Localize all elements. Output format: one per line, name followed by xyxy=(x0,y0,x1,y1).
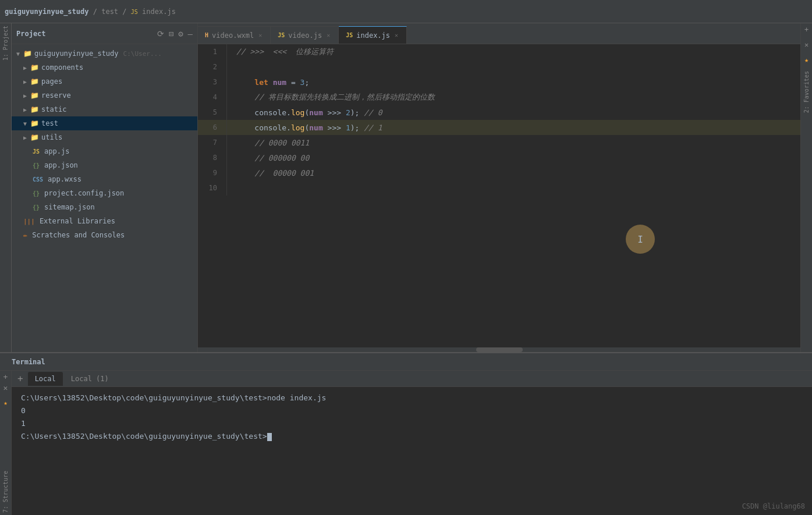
code-line-6: 6 console.log(num >>> 1); // 1 xyxy=(198,120,800,135)
appwxss-label: app.wxss xyxy=(48,175,81,183)
terminal-tab-local1-label: Local (1) xyxy=(71,375,109,383)
code-editor[interactable]: 1 // >>> <<< 位移运算符 2 3 let num = 3; 4 xyxy=(198,44,800,347)
code-line-10: 10 xyxy=(198,180,800,196)
line-num-1: 1 xyxy=(198,44,227,59)
favorites-close[interactable]: ✕ xyxy=(804,41,809,49)
terminal-star-btn[interactable]: ★ xyxy=(3,400,8,406)
line-num-3: 3 xyxy=(198,74,227,90)
tree-icon-collapse[interactable]: ⊟ xyxy=(169,29,173,38)
root-path: C:\User... xyxy=(123,50,162,58)
code-line-8: 8 // 000000 00 xyxy=(198,150,800,165)
code-line-3: 3 let num = 3; xyxy=(198,74,800,90)
tree-icon-gear[interactable]: ⚙ xyxy=(178,29,183,38)
components-folder-icon: 📁 xyxy=(30,63,39,72)
tab-wxml-label: video.wxml xyxy=(212,31,254,40)
structure-label[interactable]: 7: Structure xyxy=(2,471,9,513)
tab-video-wxml[interactable]: H video.wxml ✕ xyxy=(198,26,271,44)
project-tree: Project ⟳ ⊟ ⚙ — ▼ 📁 guiguyunyinyue_study… xyxy=(12,23,198,352)
tree-icon-refresh[interactable]: ⟳ xyxy=(157,29,164,38)
terminal-tabs: + Local Local (1) xyxy=(12,371,812,387)
line-content-10 xyxy=(227,180,800,196)
breadcrumb-test[interactable]: test xyxy=(101,8,118,16)
line-content-2 xyxy=(227,59,800,74)
terminal-close-btn[interactable]: ✕ xyxy=(3,384,8,392)
tab-wxml-close[interactable]: ✕ xyxy=(257,32,263,38)
terminal-area: + ✕ ★ 7: Structure + Local Local (1) C:\… xyxy=(0,371,812,515)
tree-item-appwxss[interactable]: CSS app.wxss xyxy=(12,172,197,186)
root-folder-icon: 📁 xyxy=(23,49,32,58)
line-num-2: 2 xyxy=(198,59,227,74)
scrollbar-thumb[interactable] xyxy=(476,347,523,352)
pages-folder-icon: 📁 xyxy=(30,77,39,86)
line-num-9: 9 xyxy=(198,165,227,180)
appjson-icon: {} xyxy=(33,162,40,169)
tab-videojs-close[interactable]: ✕ xyxy=(325,32,331,38)
editor-scrollbar[interactable] xyxy=(198,347,800,352)
favorites-label[interactable]: 2: Favorites xyxy=(803,71,810,113)
tree-item-projectconfig[interactable]: {} project.config.json xyxy=(12,186,197,200)
tree-item-utils[interactable]: ▶ 📁 utils xyxy=(12,130,197,144)
tab-indexjs-close[interactable]: ✕ xyxy=(393,32,399,38)
tree-item-external-libraries[interactable]: ||| External Libraries xyxy=(12,214,197,228)
reserve-chevron: ▶ xyxy=(23,93,27,99)
project-strip-label[interactable]: 1: Project xyxy=(2,26,9,61)
breadcrumb: guiguyunyinyue_study / test / JS index.j… xyxy=(5,8,176,16)
tab-videojs-icon: JS xyxy=(278,32,285,38)
tree-item-scratches[interactable]: ✏ Scratches and Consoles xyxy=(12,228,197,242)
cursor-bubble: I xyxy=(626,225,655,254)
tab-video-js[interactable]: JS video.js ✕ xyxy=(271,26,339,44)
line-num-7: 7 xyxy=(198,135,227,150)
line-num-4: 4 xyxy=(198,90,227,105)
projectconfig-label: project.config.json xyxy=(44,189,124,197)
tree-item-test[interactable]: ▼ 📁 test xyxy=(12,116,197,130)
project-side-strip: 1: Project xyxy=(0,23,12,352)
tree-item-static[interactable]: ▶ 📁 static xyxy=(12,102,197,116)
test-folder-icon: 📁 xyxy=(30,119,39,127)
tree-item-reserve[interactable]: ▶ 📁 reserve xyxy=(12,88,197,102)
tab-index-js[interactable]: JS index.js ✕ xyxy=(339,26,407,44)
terminal-add-btn[interactable]: + xyxy=(3,373,8,381)
breadcrumb-file-icon: JS xyxy=(131,9,138,15)
terminal-header-bar: Terminal xyxy=(0,353,812,371)
tree-item-pages[interactable]: ▶ 📁 pages xyxy=(12,74,197,88)
tree-item-appjs[interactable]: JS app.js xyxy=(12,144,197,158)
terminal-tab-local[interactable]: Local xyxy=(28,372,63,386)
tree-icon-close[interactable]: — xyxy=(188,29,193,38)
tree-item-sitemapjson[interactable]: {} sitemap.json xyxy=(12,200,197,214)
tab-indexjs-label: index.js xyxy=(356,31,390,40)
tree-item-components[interactable]: ▶ 📁 components xyxy=(12,61,197,74)
line-num-5: 5 xyxy=(198,105,227,120)
code-line-2: 2 xyxy=(198,59,800,74)
tab-bar: H video.wxml ✕ JS video.js ✕ JS index.js… xyxy=(198,23,800,44)
sitemapjson-icon: {} xyxy=(33,204,40,211)
terminal-tab-local-label: Local xyxy=(35,375,56,383)
appjson-label: app.json xyxy=(44,161,78,169)
tree-root[interactable]: ▼ 📁 guiguyunyinyue_study C:\User... xyxy=(12,47,197,61)
breadcrumb-file[interactable]: index.js xyxy=(142,8,176,16)
terminal-content-area: + Local Local (1) C:\Users\13852\Desktop… xyxy=(12,371,812,515)
tab-videojs-label: video.js xyxy=(288,31,322,40)
tree-item-appjson[interactable]: {} app.json xyxy=(12,158,197,172)
tree-title: Project xyxy=(16,30,153,38)
terminal-tab-add[interactable]: + xyxy=(14,374,27,383)
favorites-star[interactable]: ★ xyxy=(804,56,809,64)
scratch-label: Scratches and Consoles xyxy=(32,231,125,239)
code-line-4: 4 // 将目标数据先转换成二进制，然后移动指定的位数 xyxy=(198,90,800,105)
line-content-8: // 000000 00 xyxy=(227,150,800,165)
appjs-icon: JS xyxy=(33,148,40,155)
terminal-line-3: 1 xyxy=(21,417,803,430)
terminal-tab-local1[interactable]: Local (1) xyxy=(64,372,116,386)
scratch-icon: ✏ xyxy=(23,231,27,239)
static-chevron: ▶ xyxy=(23,106,27,113)
line-content-3: let num = 3; xyxy=(227,74,800,90)
code-line-7: 7 // 0000 0011 xyxy=(198,135,800,150)
root-chevron: ▼ xyxy=(16,51,20,57)
extlib-label: External Libraries xyxy=(40,217,115,225)
utils-chevron: ▶ xyxy=(23,134,27,141)
tab-indexjs-icon: JS xyxy=(346,32,353,38)
utils-label: utils xyxy=(41,133,62,141)
terminal-output[interactable]: C:\Users\13852\Desktop\code\guiguyunyiny… xyxy=(12,387,812,515)
favorites-plus[interactable]: + xyxy=(804,26,809,34)
breadcrumb-project[interactable]: guiguyunyinyue_study xyxy=(5,8,89,16)
terminal-line-5: C:\Users\13852\Desktop\code\guiguyunyiny… xyxy=(21,430,803,443)
